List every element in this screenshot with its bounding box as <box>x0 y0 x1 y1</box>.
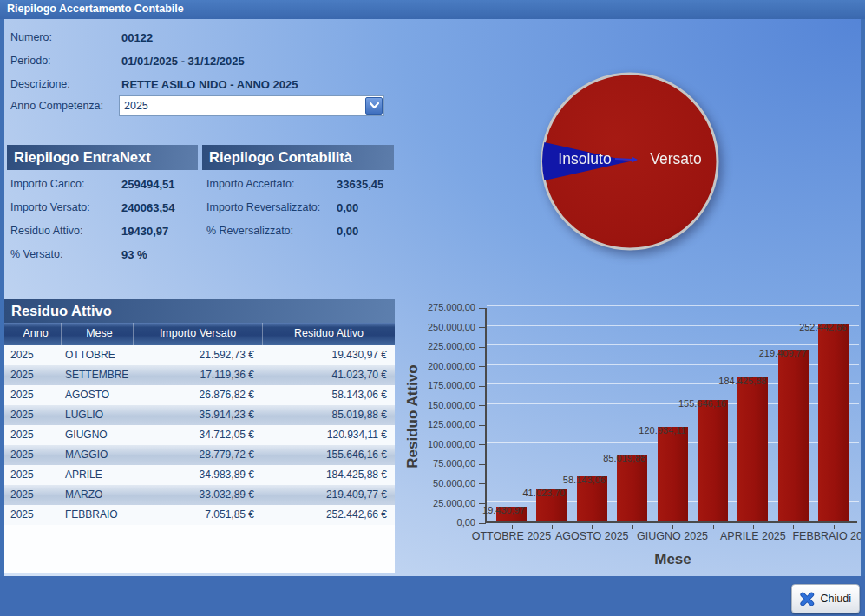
cell-mese: APRILE <box>61 465 133 485</box>
bar-chart-x-axis-title: Mese <box>487 551 859 568</box>
y-axis-tick-label: 250.000,00 <box>397 322 475 332</box>
contabilita-section-header: Riepilogo Contabilità <box>202 145 394 170</box>
y-axis-tick <box>479 405 486 406</box>
descrizione-label: Descrizione: <box>10 78 70 90</box>
column-header-residuo-attivo[interactable]: Residuo Attivo <box>262 323 395 345</box>
cell-anno: 2025 <box>4 445 61 465</box>
y-axis-tick <box>479 386 486 387</box>
perc-reversalizzato-value: 0,00 <box>337 225 358 238</box>
x-axis-tick <box>512 525 513 529</box>
x-axis-tick <box>793 525 794 529</box>
cell-residuo-attivo: 41.023,70 € <box>262 365 395 385</box>
bar-value-label: 184.425,88 <box>718 376 766 386</box>
periodo-label: Periodo: <box>10 55 51 67</box>
cell-mese: GIUGNO <box>61 425 133 445</box>
cell-mese: OTTOBRE <box>61 345 133 365</box>
y-axis-tick <box>479 366 486 367</box>
table-row[interactable]: 2025LUGLIO35.914,23 €85.019,88 € <box>4 405 395 425</box>
table-row[interactable]: 2025GIUGNO34.712,05 €120.934,11 € <box>4 425 395 445</box>
cell-anno: 2025 <box>4 425 61 445</box>
x-axis-tick <box>672 525 673 529</box>
importo-carico-value: 259494,51 <box>121 178 174 191</box>
cell-anno: 2025 <box>4 385 61 405</box>
bar-value-label: 120.934,11 <box>639 425 685 436</box>
table-row[interactable]: 2025MARZO33.032,89 €219.409,77 € <box>4 485 395 505</box>
chiudi-button[interactable]: Chiudi <box>791 584 860 613</box>
cell-residuo-attivo: 58.143,06 € <box>262 385 395 405</box>
x-axis-tick <box>753 525 754 529</box>
cell-residuo-attivo: 19.430,97 € <box>262 345 395 365</box>
numero-value: 00122 <box>121 31 153 44</box>
anno-competenza-label: Anno Competenza: <box>10 100 103 112</box>
bar-aprile-2025 <box>737 377 768 521</box>
title-bar[interactable]: Riepilogo Accertamento Contabile <box>0 0 865 19</box>
pie-label-leader-line <box>615 159 632 160</box>
y-axis-tick-label: 0,00 <box>397 517 475 528</box>
bar-value-label: 252.442,66 <box>799 322 847 332</box>
y-axis-tick <box>479 444 486 445</box>
bar-giugno-2025 <box>658 427 688 521</box>
table-row[interactable]: 2025OTTOBRE21.592,73 €19.430,97 € <box>4 345 395 365</box>
cell-anno: 2025 <box>4 485 61 505</box>
table-header-row: Anno Mese Importo Versato Residuo Attivo <box>4 323 395 345</box>
pie-chart: InsolutoVersato <box>532 63 728 259</box>
close-x-icon <box>800 590 815 608</box>
cell-mese: LUGLIO <box>61 405 133 425</box>
content-area: Numero: 00122 Periodo: 01/01/2025 - 31/1… <box>4 19 861 576</box>
column-header-mese[interactable]: Mese <box>61 323 133 345</box>
y-axis-tick-label: 75.000,00 <box>397 458 475 469</box>
cell-mese: AGOSTO <box>61 385 133 405</box>
x-axis-tick <box>552 525 553 529</box>
anno-competenza-select[interactable]: 2025 <box>119 95 384 116</box>
y-axis-tick-label: 125.000,00 <box>397 419 475 429</box>
bar-maggio-2025 <box>698 400 728 521</box>
table-row[interactable]: 2025FEBBRAIO7.051,85 €252.442,66 € <box>4 505 395 525</box>
cell-anno: 2025 <box>4 345 61 365</box>
x-axis-category-label: FEBBRAIO 2025 <box>782 530 861 542</box>
cell-importo-versato: 17.119,36 € <box>133 365 262 385</box>
gridline <box>487 305 859 306</box>
bar-marzo-2025 <box>778 350 809 521</box>
y-axis-tick-label: 50.000,00 <box>397 478 475 488</box>
window-title: Riepilogo Accertamento Contabile <box>7 3 184 15</box>
importo-reversalizzato-label: Importo Reversalizzato: <box>206 201 320 213</box>
table-row[interactable]: 2025AGOSTO26.876,82 €58.143,06 € <box>4 385 395 405</box>
y-axis-tick <box>479 483 486 484</box>
cell-mese: MAGGIO <box>61 445 133 465</box>
table-row[interactable]: 2025APRILE34.983,89 €184.425,88 € <box>4 465 395 485</box>
x-axis-tick <box>632 525 633 529</box>
cell-residuo-attivo: 85.019,88 € <box>262 405 395 425</box>
cell-anno: 2025 <box>4 405 61 425</box>
bar-value-label: 85.019,88 <box>603 453 645 463</box>
x-axis-tick <box>592 525 593 529</box>
residuo-attivo-label: Residuo Attivo: <box>10 225 82 237</box>
importo-versato-label: Importo Versato: <box>10 201 90 213</box>
table-row[interactable]: 2025MAGGIO28.779,72 €155.646,16 € <box>4 445 395 465</box>
x-axis-tick <box>713 525 714 529</box>
y-axis-tick-label: 175.000,00 <box>397 380 475 390</box>
residuo-attivo-table: Residuo Attivo Anno Mese Importo Versato… <box>4 299 395 573</box>
y-axis-tick-label: 100.000,00 <box>397 439 475 449</box>
cell-importo-versato: 21.592,73 € <box>133 345 262 365</box>
gridline <box>487 344 859 345</box>
y-axis-tick <box>479 327 486 328</box>
column-header-anno[interactable]: Anno <box>4 323 61 345</box>
table-row[interactable]: 2025SETTEMBRE17.119,36 €41.023,70 € <box>4 365 395 385</box>
bar-luglio-2025 <box>617 455 647 521</box>
dropdown-button[interactable] <box>365 97 383 115</box>
bar-value-label: 155.646,16 <box>678 398 726 409</box>
cell-anno: 2025 <box>4 465 61 485</box>
cell-importo-versato: 34.983,89 € <box>133 465 262 485</box>
importo-accertato-value: 33635,45 <box>337 178 383 191</box>
numero-label: Numero: <box>10 31 52 43</box>
anno-competenza-selected-value: 2025 <box>124 100 148 112</box>
footer-bar: Chiudi <box>0 576 865 616</box>
residuo-attivo-value: 19430,97 <box>121 225 168 238</box>
importo-carico-label: Importo Carico: <box>10 178 84 190</box>
column-header-importo-versato[interactable]: Importo Versato <box>133 323 262 345</box>
cell-importo-versato: 33.032,89 € <box>133 485 262 505</box>
y-axis-tick <box>479 523 486 524</box>
riepilogo-window: Riepilogo Accertamento Contabile Numero:… <box>0 0 865 616</box>
cell-mese: FEBBRAIO <box>61 505 133 525</box>
entranext-section-header: Riepilogo EntraNext <box>7 145 198 170</box>
